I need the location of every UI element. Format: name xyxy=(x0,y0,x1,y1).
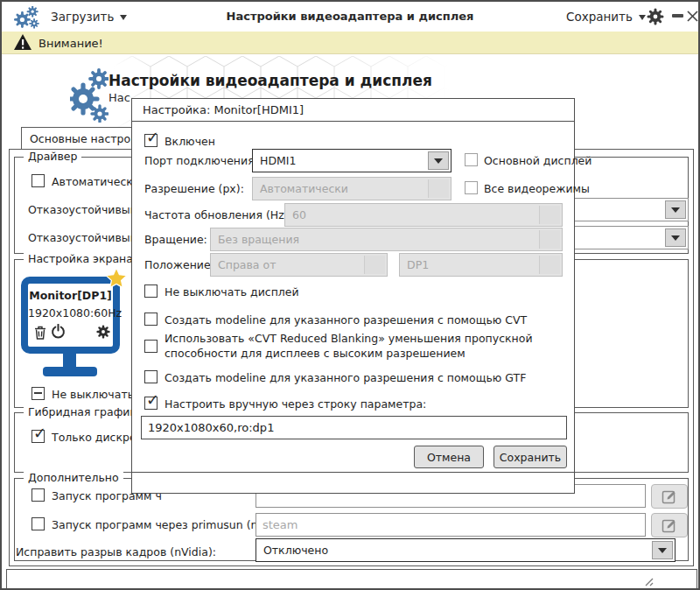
position-combobox: Справа от xyxy=(210,253,388,277)
rotation-combobox: Без вращения xyxy=(210,228,563,251)
cvt-label: Создать modeline для указанного разрешен… xyxy=(164,313,527,327)
rotation-label: Вращение: xyxy=(144,233,207,246)
tear-fix-label: Исправить разрыв кадров (nVidia): xyxy=(16,545,216,558)
combo-arrow-button[interactable] xyxy=(428,151,449,170)
auto-driver-checkbox[interactable] xyxy=(32,174,45,187)
monitor-mode: 1920x1080:60Hz xyxy=(28,306,113,320)
tab-main-settings[interactable]: Основные настройки xyxy=(21,127,136,150)
refresh-value: 60 xyxy=(292,208,306,221)
cancel-button[interactable]: Отмена xyxy=(414,446,484,468)
app-window: Загрузить Настройки видеоадаптера и дисп… xyxy=(0,0,700,590)
page-subtitle-fragment: Нас xyxy=(108,91,130,104)
close-icon[interactable] xyxy=(687,9,698,25)
settings-gear-icon[interactable] xyxy=(647,8,664,29)
run-programs-checkbox[interactable] xyxy=(32,488,45,502)
monitor-gear-icon[interactable] xyxy=(96,325,110,342)
position-value: Справа от xyxy=(218,258,276,271)
warning-triangle-icon xyxy=(13,33,32,54)
cvt-checkbox[interactable] xyxy=(144,313,158,326)
position-target-combobox: DP1 xyxy=(399,253,563,277)
dialog-keep-on-label: Не выключать дисплей xyxy=(164,285,299,299)
position-label: Положение: xyxy=(144,258,214,271)
refresh-combobox: 60 xyxy=(284,203,563,227)
combo-arrow-button xyxy=(364,256,385,274)
monitor-base xyxy=(43,367,97,376)
position-target-value: DP1 xyxy=(407,258,429,271)
resolution-value: Автоматически xyxy=(260,182,348,195)
enabled-label: Включен xyxy=(164,135,215,148)
manual-param-label: Настроить вручную через строку параметра… xyxy=(164,397,426,411)
primary-display-checkbox[interactable] xyxy=(465,153,478,166)
dialog-title: Настройка: Monitor[HDMI1] xyxy=(132,99,574,122)
save-menu-button[interactable]: Сохранить xyxy=(566,10,646,24)
monitor-settings-dialog: Настройка: Monitor[HDMI1] Включен Порт п… xyxy=(131,98,575,494)
gtf-checkbox[interactable] xyxy=(144,370,158,383)
trash-icon[interactable] xyxy=(34,326,46,343)
run-primus-checkbox[interactable] xyxy=(32,517,45,530)
keep-display-on-checkbox[interactable] xyxy=(32,387,45,400)
dialog-keep-on-checkbox[interactable] xyxy=(144,284,158,298)
combo-arrow-button xyxy=(539,230,560,249)
power-icon[interactable] xyxy=(51,324,66,342)
extra-group-legend: Дополнительно xyxy=(24,471,123,484)
param-input[interactable] xyxy=(141,416,567,439)
resize-grip-icon[interactable] xyxy=(642,573,654,590)
page-title: Настройки видеоадаптера и дисплея xyxy=(108,72,432,89)
combo-arrow-button[interactable] xyxy=(652,541,673,559)
combo-arrow-button xyxy=(539,256,560,274)
port-label: Порт подключения: xyxy=(144,154,258,167)
chevron-down-icon xyxy=(671,207,680,213)
chevron-down-icon xyxy=(658,548,667,553)
hybrid-group-legend: Гибридная графика xyxy=(24,405,148,418)
warning-text: Внимание! xyxy=(38,37,103,50)
combo-arrow-button[interactable] xyxy=(665,200,686,219)
screen-group-legend: Настройка экрана xyxy=(24,252,137,265)
tear-fix-value: Отключено xyxy=(263,544,328,557)
title-bar: Загрузить Настройки видеоадаптера и дисп… xyxy=(2,2,698,32)
save-button[interactable]: Сохранить xyxy=(494,446,567,468)
primary-display-label: Основной дисплей xyxy=(484,154,592,167)
dialog-footer-separator xyxy=(132,472,574,473)
port-combobox[interactable]: HDMI1 xyxy=(252,149,452,172)
discrete-only-checkbox[interactable] xyxy=(32,430,45,443)
gtf-label: Создать modeline для указанного разрешен… xyxy=(164,371,526,384)
all-modes-label: Все видеорежимы xyxy=(484,182,590,195)
chevron-down-icon xyxy=(639,15,646,20)
enabled-checkbox[interactable] xyxy=(144,134,158,147)
combo-arrow-button xyxy=(428,179,449,198)
driver-group-legend: Драйвер xyxy=(24,150,81,163)
port-value: HDMI1 xyxy=(260,154,296,167)
tear-fix-combobox[interactable]: Отключено xyxy=(256,538,676,562)
monitor-name: Monitor[DP1] xyxy=(28,289,113,302)
combo-arrow-button[interactable] xyxy=(665,228,686,247)
tab-label: Основные настройки xyxy=(30,132,136,145)
manual-param-checkbox[interactable] xyxy=(144,397,158,410)
resolution-combobox: Автоматически xyxy=(252,177,452,200)
cvt-rb-checkbox[interactable] xyxy=(144,340,158,353)
all-modes-checkbox[interactable] xyxy=(465,181,478,194)
chevron-down-icon xyxy=(671,235,680,241)
run-primus-input[interactable] xyxy=(256,513,646,537)
edit-button[interactable] xyxy=(651,484,688,509)
minimize-icon[interactable] xyxy=(672,14,683,18)
refresh-label: Частота обновления (Hz): xyxy=(144,208,292,221)
resolution-label: Разрешение (px): xyxy=(144,182,244,195)
rotation-value: Без вращения xyxy=(218,233,299,246)
primary-star-icon xyxy=(105,267,128,293)
warning-banner: Внимание! xyxy=(2,32,698,54)
combo-arrow-button xyxy=(539,206,560,224)
chevron-down-icon xyxy=(434,158,443,164)
header-gears-logo-icon xyxy=(70,68,108,126)
edit-button[interactable] xyxy=(651,513,688,537)
save-menu-label: Сохранить xyxy=(566,10,633,24)
cvt-rb-label: Использовать «CVT Reduced Blanking» умен… xyxy=(164,332,558,362)
status-bar xyxy=(6,569,697,589)
